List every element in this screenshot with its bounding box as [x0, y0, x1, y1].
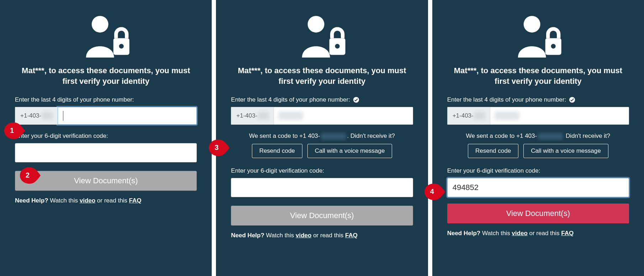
- user-lock-icon: [15, 13, 197, 59]
- phone-input-row: +1-403-: [447, 107, 629, 125]
- help-row: Need Help? Watch this video or read this…: [15, 197, 197, 204]
- svg-point-10: [569, 97, 575, 103]
- verify-panel-1: Mat***, to access these documents, you m…: [0, 0, 212, 276]
- callout-3: 3: [209, 139, 229, 156]
- svg-point-6: [353, 97, 359, 103]
- help-faq-link[interactable]: FAQ: [129, 197, 142, 204]
- view-documents-button[interactable]: View Document(s): [231, 206, 413, 226]
- help-row: Need Help? Watch this video or read this…: [231, 232, 413, 239]
- verify-panel-2: Mat***, to access these documents, you m…: [216, 0, 428, 276]
- code-label: Enter your 6-digit verification code:: [231, 167, 413, 174]
- phone-label: Enter the last 4 digits of your phone nu…: [231, 96, 413, 103]
- check-circle-icon: [569, 97, 575, 103]
- verification-code-input[interactable]: [15, 143, 197, 162]
- resend-button-row: Resend code Call with a voice message: [447, 144, 629, 158]
- view-documents-button[interactable]: View Document(s): [447, 204, 629, 223]
- verification-code-input[interactable]: [231, 178, 413, 197]
- help-faq-link[interactable]: FAQ: [345, 232, 358, 239]
- svg-point-7: [524, 16, 540, 33]
- phone-last4-input[interactable]: [490, 107, 629, 125]
- phone-label: Enter the last 4 digits of your phone nu…: [447, 96, 629, 103]
- code-sent-message: We sent a code to +1 403- Didn't receive…: [447, 132, 629, 140]
- svg-point-3: [308, 16, 324, 33]
- phone-last4-input[interactable]: [58, 107, 197, 125]
- callout-2: 2: [20, 167, 41, 184]
- heading: Mat***, to access these documents, you m…: [15, 65, 197, 86]
- user-lock-icon: [231, 13, 413, 59]
- phone-prefix: +1-403-: [447, 107, 490, 125]
- help-faq-link[interactable]: FAQ: [561, 230, 574, 237]
- verification-code-input[interactable]: [447, 178, 629, 197]
- voice-call-button[interactable]: Call with a voice message: [523, 144, 608, 158]
- voice-call-button[interactable]: Call with a voice message: [307, 144, 392, 158]
- callout-1: 1: [4, 122, 25, 139]
- svg-point-9: [551, 44, 556, 49]
- user-lock-icon: [447, 13, 629, 59]
- phone-label: Enter the last 4 digits of your phone nu…: [15, 96, 197, 103]
- help-row: Need Help? Watch this video or read this…: [447, 230, 629, 237]
- help-video-link[interactable]: video: [296, 232, 311, 239]
- resend-button-row: Resend code Call with a voice message: [231, 144, 413, 158]
- callout-4: 4: [424, 183, 445, 200]
- code-sent-message: We sent a code to +1 403-. Didn't receiv…: [231, 132, 413, 140]
- svg-point-0: [91, 16, 108, 33]
- view-documents-button[interactable]: View Document(s): [15, 171, 197, 191]
- svg-point-5: [335, 44, 340, 49]
- check-circle-icon: [353, 97, 359, 103]
- svg-point-2: [119, 44, 123, 49]
- phone-prefix: +1-403-: [231, 107, 274, 125]
- code-label: Enter your 6-digit verification code:: [447, 167, 629, 174]
- help-video-link[interactable]: video: [80, 197, 95, 204]
- resend-code-button[interactable]: Resend code: [252, 144, 302, 158]
- phone-last4-input[interactable]: [274, 107, 413, 125]
- help-video-link[interactable]: video: [512, 230, 527, 237]
- heading: Mat***, to access these documents, you m…: [231, 65, 413, 86]
- resend-code-button[interactable]: Resend code: [468, 144, 518, 158]
- phone-input-row: +1-403-: [15, 107, 197, 125]
- verify-panel-3: Mat***, to access these documents, you m…: [432, 0, 644, 276]
- phone-input-row: +1-403-: [231, 107, 413, 125]
- heading: Mat***, to access these documents, you m…: [447, 65, 629, 86]
- code-label: Enter your 6-digit verification code:: [15, 132, 197, 140]
